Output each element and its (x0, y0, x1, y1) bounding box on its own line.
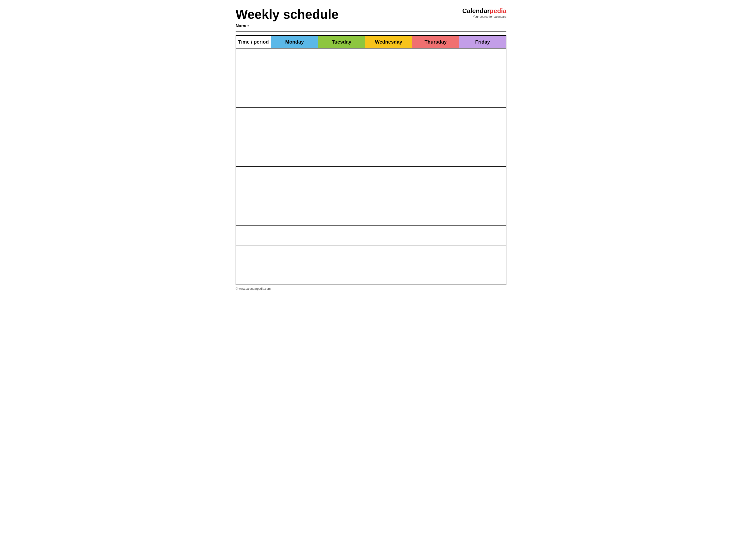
header-divider (235, 31, 507, 32)
footer-url: © www.calendarpedia.com (235, 287, 507, 290)
day-cell[interactable] (318, 108, 365, 127)
day-cell[interactable] (459, 147, 506, 167)
day-cell[interactable] (365, 88, 412, 108)
table-row (236, 265, 506, 285)
day-cell[interactable] (271, 245, 318, 265)
time-cell[interactable] (236, 108, 271, 127)
time-cell[interactable] (236, 206, 271, 226)
day-cell[interactable] (459, 167, 506, 186)
day-cell[interactable] (271, 127, 318, 147)
day-cell[interactable] (459, 206, 506, 226)
day-cell[interactable] (365, 108, 412, 127)
day-cell[interactable] (459, 265, 506, 285)
logo-text: Calendarpedia (462, 7, 507, 14)
logo-tagline: Your source for calendars (473, 15, 507, 18)
page-wrapper: Weekly schedule Name: Calendarpedia Your… (235, 7, 507, 290)
day-cell[interactable] (318, 68, 365, 88)
time-cell[interactable] (236, 265, 271, 285)
day-cell[interactable] (271, 88, 318, 108)
time-cell[interactable] (236, 186, 271, 206)
day-cell[interactable] (365, 147, 412, 167)
name-label: Name: (235, 23, 338, 29)
time-cell[interactable] (236, 245, 271, 265)
day-cell[interactable] (412, 49, 459, 68)
day-cell[interactable] (412, 186, 459, 206)
time-cell[interactable] (236, 147, 271, 167)
day-cell[interactable] (271, 265, 318, 285)
day-cell[interactable] (412, 68, 459, 88)
table-row (236, 226, 506, 245)
col-header-monday: Monday (271, 36, 318, 49)
header-row: Weekly schedule Name: Calendarpedia Your… (235, 7, 507, 29)
day-cell[interactable] (318, 147, 365, 167)
logo-pedia-text: pedia (490, 7, 507, 14)
day-cell[interactable] (412, 127, 459, 147)
day-cell[interactable] (318, 167, 365, 186)
schedule-table: Time / period Monday Tuesday Wednesday T… (235, 35, 507, 285)
day-cell[interactable] (271, 108, 318, 127)
day-cell[interactable] (365, 206, 412, 226)
day-cell[interactable] (459, 245, 506, 265)
day-cell[interactable] (365, 167, 412, 186)
day-cell[interactable] (412, 206, 459, 226)
day-cell[interactable] (271, 68, 318, 88)
col-header-friday: Friday (459, 36, 506, 49)
table-header-row: Time / period Monday Tuesday Wednesday T… (236, 36, 506, 49)
time-cell[interactable] (236, 226, 271, 245)
day-cell[interactable] (459, 88, 506, 108)
day-cell[interactable] (459, 108, 506, 127)
table-row (236, 108, 506, 127)
day-cell[interactable] (412, 167, 459, 186)
time-cell[interactable] (236, 127, 271, 147)
table-row (236, 68, 506, 88)
day-cell[interactable] (365, 245, 412, 265)
time-cell[interactable] (236, 167, 271, 186)
day-cell[interactable] (271, 49, 318, 68)
time-cell[interactable] (236, 68, 271, 88)
day-cell[interactable] (365, 226, 412, 245)
day-cell[interactable] (365, 186, 412, 206)
day-cell[interactable] (459, 226, 506, 245)
day-cell[interactable] (318, 206, 365, 226)
day-cell[interactable] (412, 245, 459, 265)
day-cell[interactable] (365, 49, 412, 68)
day-cell[interactable] (271, 167, 318, 186)
day-cell[interactable] (459, 68, 506, 88)
day-cell[interactable] (318, 226, 365, 245)
day-cell[interactable] (412, 108, 459, 127)
day-cell[interactable] (271, 186, 318, 206)
table-row (236, 245, 506, 265)
day-cell[interactable] (459, 49, 506, 68)
table-row (236, 88, 506, 108)
day-cell[interactable] (318, 49, 365, 68)
day-cell[interactable] (318, 186, 365, 206)
day-cell[interactable] (318, 127, 365, 147)
logo-section: Calendarpedia Your source for calendars (457, 7, 507, 18)
day-cell[interactable] (271, 206, 318, 226)
col-header-tuesday: Tuesday (318, 36, 365, 49)
day-cell[interactable] (412, 88, 459, 108)
col-header-thursday: Thursday (412, 36, 459, 49)
day-cell[interactable] (365, 265, 412, 285)
table-row (236, 147, 506, 167)
day-cell[interactable] (412, 226, 459, 245)
table-row (236, 127, 506, 147)
day-cell[interactable] (271, 226, 318, 245)
time-cell[interactable] (236, 49, 271, 68)
day-cell[interactable] (318, 88, 365, 108)
time-cell[interactable] (236, 88, 271, 108)
col-header-time: Time / period (236, 36, 271, 49)
day-cell[interactable] (318, 265, 365, 285)
table-row (236, 167, 506, 186)
day-cell[interactable] (412, 265, 459, 285)
day-cell[interactable] (365, 68, 412, 88)
day-cell[interactable] (271, 147, 318, 167)
day-cell[interactable] (365, 127, 412, 147)
day-cell[interactable] (459, 186, 506, 206)
table-row (236, 186, 506, 206)
day-cell[interactable] (318, 245, 365, 265)
page-title: Weekly schedule (235, 7, 338, 21)
day-cell[interactable] (459, 127, 506, 147)
table-row (236, 49, 506, 68)
day-cell[interactable] (412, 147, 459, 167)
